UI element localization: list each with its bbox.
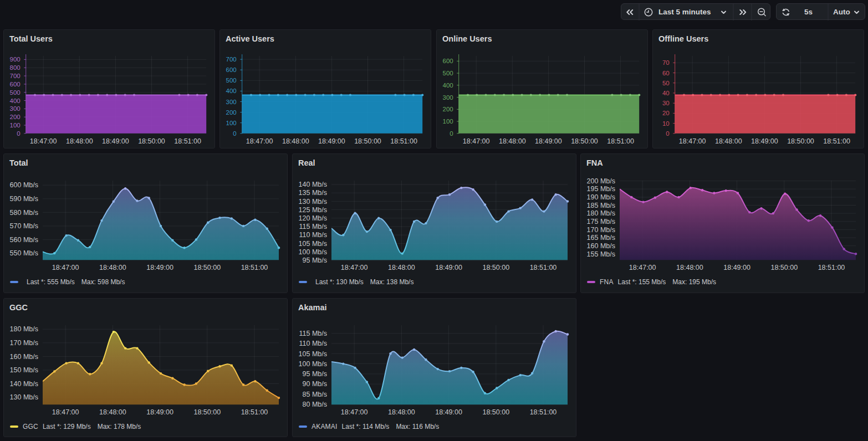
- svg-text:400: 400: [10, 98, 21, 104]
- svg-text:18:48:00: 18:48:00: [99, 408, 126, 416]
- svg-text:18:51:00: 18:51:00: [241, 408, 268, 416]
- svg-text:165 Mb/s: 165 Mb/s: [587, 234, 615, 242]
- svg-text:18:48:00: 18:48:00: [388, 264, 415, 271]
- svg-text:0: 0: [17, 130, 20, 137]
- svg-text:18:50:00: 18:50:00: [787, 137, 814, 145]
- svg-text:18:50:00: 18:50:00: [193, 264, 221, 271]
- svg-text:18:48:00: 18:48:00: [715, 137, 742, 145]
- svg-text:18:47:00: 18:47:00: [52, 264, 79, 271]
- svg-text:50: 50: [662, 80, 670, 86]
- svg-text:18:47:00: 18:47:00: [629, 264, 656, 271]
- svg-text:18:48:00: 18:48:00: [676, 264, 703, 271]
- svg-text:18:47:00: 18:47:00: [679, 137, 706, 145]
- svg-text:800: 800: [10, 64, 21, 71]
- svg-text:18:47:00: 18:47:00: [30, 137, 57, 145]
- svg-text:500: 500: [443, 70, 453, 76]
- svg-text:18:47:00: 18:47:00: [52, 408, 79, 416]
- svg-text:125 Mb/s: 125 Mb/s: [299, 206, 327, 214]
- svg-text:190 Mb/s: 190 Mb/s: [587, 193, 615, 201]
- svg-text:18:49:00: 18:49:00: [435, 408, 462, 416]
- svg-text:185 Mb/s: 185 Mb/s: [587, 202, 615, 209]
- svg-text:18:50:00: 18:50:00: [571, 137, 598, 145]
- svg-text:180 Mb/s: 180 Mb/s: [10, 325, 38, 333]
- svg-text:195 Mb/s: 195 Mb/s: [587, 185, 615, 193]
- svg-text:115 Mb/s: 115 Mb/s: [299, 223, 328, 230]
- svg-text:600: 600: [443, 58, 453, 64]
- svg-text:560 Mb/s: 560 Mb/s: [10, 236, 38, 244]
- svg-text:110 Mb/s: 110 Mb/s: [299, 340, 328, 347]
- svg-text:700: 700: [10, 73, 21, 79]
- svg-text:400: 400: [226, 88, 237, 94]
- svg-text:200 Mb/s: 200 Mb/s: [587, 177, 615, 185]
- svg-text:18:50:00: 18:50:00: [482, 408, 509, 416]
- svg-text:105 Mb/s: 105 Mb/s: [299, 350, 327, 358]
- svg-text:550 Mb/s: 550 Mb/s: [10, 249, 38, 257]
- svg-text:580 Mb/s: 580 Mb/s: [10, 209, 38, 217]
- svg-text:500: 500: [226, 77, 237, 84]
- svg-text:200: 200: [226, 109, 237, 116]
- svg-text:18:50:00: 18:50:00: [193, 408, 221, 416]
- svg-text:18:48:00: 18:48:00: [66, 137, 93, 145]
- svg-text:300: 300: [226, 99, 237, 105]
- svg-text:18:50:00: 18:50:00: [138, 137, 165, 145]
- svg-text:18:51:00: 18:51:00: [823, 137, 850, 145]
- svg-text:40: 40: [662, 90, 670, 96]
- svg-text:600 Mb/s: 600 Mb/s: [10, 181, 38, 189]
- svg-text:85 Mb/s: 85 Mb/s: [303, 391, 327, 398]
- svg-text:700: 700: [226, 56, 237, 63]
- svg-text:10: 10: [662, 120, 670, 127]
- svg-text:18:49:00: 18:49:00: [435, 264, 462, 271]
- svg-text:18:49:00: 18:49:00: [723, 264, 750, 271]
- svg-text:18:47:00: 18:47:00: [341, 408, 368, 416]
- svg-text:18:51:00: 18:51:00: [174, 137, 201, 145]
- svg-text:95 Mb/s: 95 Mb/s: [303, 257, 327, 264]
- svg-text:175 Mb/s: 175 Mb/s: [587, 218, 615, 225]
- svg-text:18:49:00: 18:49:00: [146, 264, 173, 271]
- svg-text:20: 20: [662, 110, 670, 116]
- svg-text:140 Mb/s: 140 Mb/s: [299, 181, 327, 188]
- svg-text:80 Mb/s: 80 Mb/s: [303, 401, 327, 408]
- svg-text:18:49:00: 18:49:00: [146, 408, 173, 416]
- svg-text:155 Mb/s: 155 Mb/s: [587, 250, 615, 258]
- svg-text:18:48:00: 18:48:00: [388, 408, 415, 416]
- svg-text:18:50:00: 18:50:00: [770, 264, 798, 271]
- svg-text:170 Mb/s: 170 Mb/s: [587, 226, 615, 234]
- svg-text:18:49:00: 18:49:00: [318, 137, 345, 145]
- svg-text:120 Mb/s: 120 Mb/s: [299, 214, 327, 222]
- svg-text:0: 0: [450, 130, 453, 137]
- svg-text:200: 200: [10, 114, 21, 120]
- svg-text:110 Mb/s: 110 Mb/s: [299, 231, 328, 239]
- svg-text:18:50:00: 18:50:00: [482, 264, 509, 271]
- svg-text:160 Mb/s: 160 Mb/s: [10, 353, 38, 361]
- svg-text:18:49:00: 18:49:00: [751, 137, 778, 145]
- svg-text:500: 500: [10, 89, 21, 96]
- svg-text:0: 0: [233, 130, 236, 137]
- svg-text:18:51:00: 18:51:00: [390, 137, 417, 145]
- svg-text:18:47:00: 18:47:00: [246, 137, 273, 145]
- svg-text:30: 30: [662, 100, 670, 106]
- svg-text:18:49:00: 18:49:00: [535, 137, 562, 145]
- svg-text:70: 70: [662, 59, 670, 66]
- svg-text:115 Mb/s: 115 Mb/s: [299, 330, 328, 337]
- svg-text:18:48:00: 18:48:00: [499, 137, 526, 145]
- svg-text:18:48:00: 18:48:00: [99, 264, 126, 271]
- svg-text:18:49:00: 18:49:00: [102, 137, 129, 145]
- svg-text:18:47:00: 18:47:00: [341, 264, 368, 271]
- svg-text:300: 300: [443, 94, 453, 101]
- svg-text:90 Mb/s: 90 Mb/s: [303, 380, 327, 388]
- svg-text:300: 300: [10, 105, 21, 112]
- svg-text:18:51:00: 18:51:00: [241, 264, 268, 271]
- svg-text:150 Mb/s: 150 Mb/s: [10, 366, 38, 374]
- svg-text:100: 100: [10, 122, 21, 129]
- svg-text:18:47:00: 18:47:00: [463, 137, 490, 145]
- svg-text:95 Mb/s: 95 Mb/s: [303, 370, 327, 378]
- svg-text:18:48:00: 18:48:00: [282, 137, 309, 145]
- svg-text:105 Mb/s: 105 Mb/s: [299, 240, 327, 248]
- svg-text:100: 100: [226, 120, 237, 126]
- svg-text:18:50:00: 18:50:00: [354, 137, 381, 145]
- svg-text:18:51:00: 18:51:00: [530, 264, 557, 271]
- svg-text:400: 400: [443, 82, 453, 89]
- svg-text:100: 100: [443, 118, 453, 125]
- svg-text:140 Mb/s: 140 Mb/s: [10, 380, 38, 388]
- svg-text:0: 0: [666, 130, 669, 137]
